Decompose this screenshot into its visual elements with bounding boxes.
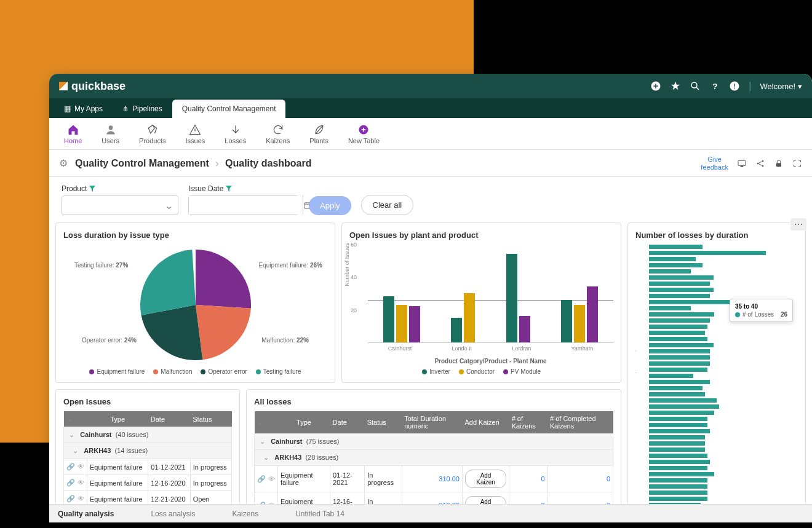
table-row[interactable]: 🔗👁 Equipment failure12-16-2020In progres… xyxy=(64,475,232,491)
toolbar-label: Plants xyxy=(309,137,328,144)
hbar-chart: Duration (seconds) 35 to 40 # of Losses … xyxy=(635,245,798,515)
svg-point-8 xyxy=(757,162,759,164)
tooltip-value: 26 xyxy=(781,311,787,318)
breadcrumb-page: Quality dashboard xyxy=(225,158,311,168)
share-icon[interactable] xyxy=(755,159,765,168)
help-icon[interactable]: ? xyxy=(709,81,720,92)
pie-legend: Equipment failureMalfunctionOperator err… xyxy=(63,368,327,375)
toolbar: Home Users Products Issues Losses Kaizen… xyxy=(49,118,812,150)
brand-name: quickbase xyxy=(71,80,125,93)
toolbar-issues[interactable]: Issues xyxy=(176,121,215,147)
col-status[interactable]: Status xyxy=(190,411,231,427)
view-icon: 👁 xyxy=(78,479,84,487)
alert-icon[interactable]: ! xyxy=(729,81,740,92)
toolbar-home[interactable]: Home xyxy=(54,121,92,147)
star-icon[interactable] xyxy=(670,81,681,92)
panel-title: Open Issues xyxy=(63,397,232,406)
col-duration[interactable]: Total Duration numeric xyxy=(402,411,462,434)
col-add-kaizen[interactable]: Add Kaizen xyxy=(462,411,509,434)
chevron-down-icon: ⌄ xyxy=(165,200,173,211)
y-axis-label: Duration (seconds) xyxy=(635,350,636,396)
toolbar-label: New Table xyxy=(348,137,380,144)
breadcrumb-root[interactable]: Quality Control Management xyxy=(75,158,209,168)
svg-point-5 xyxy=(108,125,113,130)
toolbar-products[interactable]: Products xyxy=(129,121,175,147)
svg-point-10 xyxy=(762,165,764,167)
product-select[interactable]: ⌄ xyxy=(62,195,178,215)
table-row[interactable]: 🔗👁 Equipment failure01-12-2021In progres… xyxy=(64,459,232,475)
pipeline-icon: ⋔ xyxy=(122,104,129,113)
toolbar-plants[interactable]: Plants xyxy=(300,121,338,147)
issue-date-input[interactable] xyxy=(189,196,303,215)
down-arrow-icon xyxy=(229,124,242,136)
panel-title: Number of losses by duration xyxy=(635,231,798,240)
tab-label: Quality Control Management xyxy=(182,104,276,113)
panel-losses-by-duration: ⋯ Number of losses by duration Duration … xyxy=(627,223,806,518)
toolbar-users[interactable]: Users xyxy=(92,121,129,147)
search-icon[interactable] xyxy=(690,81,701,92)
apply-button[interactable]: Apply xyxy=(309,196,351,215)
breadcrumb-bar: ⚙ Quality Control Management › Quality d… xyxy=(49,150,812,177)
bar-chart: Number of Issues 204060 CainhurstLondo I… xyxy=(349,245,613,364)
col-status[interactable]: Status xyxy=(365,411,402,434)
sheet-tab[interactable]: Untitled Tab 14 xyxy=(295,510,344,518)
toolbar-label: Issues xyxy=(186,137,205,144)
toolbar-new-table[interactable]: New Table xyxy=(338,121,389,147)
grid-icon: ▦ xyxy=(64,104,71,113)
all-losses-table: ⌄ Type Date Status Total Duration numeri… xyxy=(254,411,613,519)
sheet-tab[interactable]: Loss analysis xyxy=(151,510,195,518)
clear-all-button[interactable]: Clear all xyxy=(361,195,414,215)
expand-icon[interactable] xyxy=(792,159,802,168)
collapse-all-icon[interactable]: ⌄ xyxy=(66,415,72,422)
nav-pipelines[interactable]: ⋔ Pipelines xyxy=(113,100,172,118)
nav-bar: ▦ My Apps ⋔ Pipelines Quality Control Ma… xyxy=(49,98,812,118)
brand-logo[interactable]: quickbase xyxy=(59,80,125,93)
attachment-icon: 🔗 xyxy=(257,475,266,483)
col-date[interactable]: Date xyxy=(330,411,365,434)
tooltip-series: # of Losses xyxy=(742,311,774,318)
panel-open-issues-bar: Open Issues by plant and product Number … xyxy=(341,223,621,383)
toolbar-label: Users xyxy=(102,137,119,144)
sheet-tab[interactable]: Quality analysis xyxy=(58,510,114,518)
warning-icon xyxy=(189,124,201,136)
sheet-tab[interactable]: Kaizens xyxy=(232,510,258,518)
welcome-text: Welcome! xyxy=(760,82,795,91)
table-row[interactable]: 🔗👁 Equipment failure01-12-2021In progres… xyxy=(255,466,613,492)
products-icon xyxy=(146,124,159,136)
nav-tab-active[interactable]: Quality Control Management xyxy=(172,100,286,118)
sheet-tabs: Quality analysis Loss analysis Kaizens U… xyxy=(49,504,812,522)
lock-icon[interactable] xyxy=(774,159,784,168)
col-date[interactable]: Date xyxy=(148,411,191,427)
col-type[interactable]: Type xyxy=(278,411,330,434)
give-feedback-link[interactable]: Givefeedback xyxy=(701,156,728,170)
toolbar-label: Losses xyxy=(225,137,246,144)
panel-title: Loss duration by issue type xyxy=(63,231,327,240)
view-icon: 👁 xyxy=(78,463,84,471)
tooltip-category: 35 to 40 xyxy=(735,303,787,310)
col-type[interactable]: Type xyxy=(87,411,148,427)
user-menu[interactable]: Welcome! ▾ xyxy=(760,82,802,91)
open-issues-table: ⌄ Type Date Status ⌄ Cainhurst (40 issue… xyxy=(63,411,232,507)
nav-label: My Apps xyxy=(74,104,103,113)
filter-date-label: Issue Date xyxy=(188,184,299,193)
collapse-all-icon[interactable]: ⌄ xyxy=(257,419,263,426)
nav-label: Pipelines xyxy=(132,104,162,113)
attachment-icon: 🔗 xyxy=(66,479,75,487)
add-kaizen-button[interactable]: Add Kaizen xyxy=(465,470,506,488)
nav-my-apps[interactable]: ▦ My Apps xyxy=(54,100,113,118)
presentation-icon[interactable] xyxy=(737,159,747,168)
toolbar-kaizens[interactable]: Kaizens xyxy=(256,121,300,147)
filter-product-label: Product xyxy=(62,184,178,193)
toolbar-losses[interactable]: Losses xyxy=(215,121,256,147)
col-completed-kaizens[interactable]: # of Completed Kaizens xyxy=(547,411,613,434)
issue-date-input-wrap xyxy=(188,195,299,215)
gear-icon[interactable]: ⚙ xyxy=(59,157,68,169)
x-axis-labels: CainhurstLondo IILordranYarnham xyxy=(368,345,613,352)
col-kaizens[interactable]: # of Kaizens xyxy=(509,411,547,434)
pie-slice-label: Equipment failure: 26% xyxy=(259,262,322,269)
pie-slice-label: Malfunction: 22% xyxy=(261,337,309,344)
svg-rect-7 xyxy=(738,160,746,165)
more-button[interactable]: ⋯ xyxy=(790,218,806,231)
chevron-down-icon: ▾ xyxy=(798,82,802,91)
add-icon[interactable] xyxy=(650,81,661,92)
